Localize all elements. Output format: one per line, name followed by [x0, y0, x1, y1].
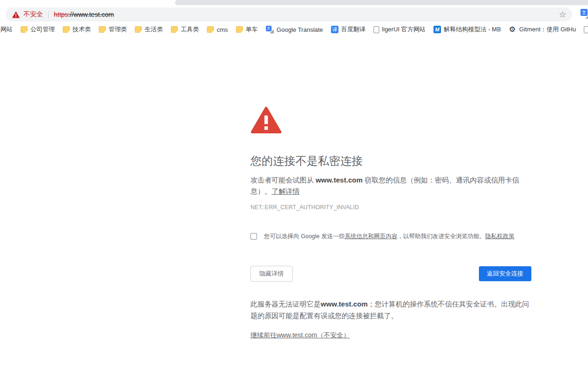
bookmark-label: 管理类: [109, 25, 127, 34]
gear-icon: [509, 26, 516, 33]
bookmark-label: 单车: [246, 25, 258, 34]
security-chip-label[interactable]: 不安全: [23, 10, 43, 19]
folder-icon: [135, 26, 142, 33]
certificate-details-text: 此服务器无法证明它是www.test.com；您计算机的操作系统不信任其安全证书…: [250, 298, 531, 321]
details-host: www.test.com: [321, 300, 368, 308]
bookmark-label: 生活类: [145, 25, 163, 34]
details-prefix: 此服务器无法证明它是: [250, 300, 321, 308]
bookmark-label: 工具类: [181, 25, 199, 34]
page-icon: [374, 26, 379, 33]
url-host: ://www.test.com: [68, 11, 114, 18]
translate-icon-blue-square: [266, 26, 272, 31]
ssl-error-page: 您的连接不是私密连接 攻击者可能会试图从 www.test.com 窃取您的信息…: [250, 106, 531, 340]
bookmark-item[interactable]: 公司管理: [21, 25, 55, 34]
bookmark-item[interactable]: cms: [207, 26, 228, 33]
safe-browsing-report-row: 您可以选择向 Google 发送一些系统信息和网页内容，以帮助我们改进安全浏览功…: [250, 232, 531, 241]
folder-icon: [63, 26, 70, 33]
folder-icon: [171, 26, 178, 33]
bookmark-label: Google Translate: [277, 26, 323, 33]
address-bar[interactable]: 不安全 https://www.test.com: [6, 7, 572, 22]
bookmark-item[interactable]: Gitment：使用 GitHu: [509, 25, 576, 34]
url-text[interactable]: https://www.test.com: [54, 11, 114, 18]
window-fragment: [175, 0, 588, 5]
error-description: 攻击者可能会试图从 www.test.com 窃取您的信息（例如：密码、通讯内容…: [250, 175, 531, 197]
bookmark-item[interactable]: 单车: [236, 25, 258, 34]
url-scheme: https: [54, 11, 68, 18]
warning-triangle-icon: [250, 106, 282, 133]
bookmark-item[interactable]: ligerUI 官方网站: [374, 25, 426, 34]
page-title: 您的连接不是私密连接: [250, 153, 531, 168]
security-warning-icon[interactable]: [12, 11, 20, 18]
bookmark-item[interactable]: 网站: [0, 25, 13, 34]
page-icon: [584, 26, 588, 33]
bookmarks-bar: 网站公司管理技术类管理类生活类工具类cms单车Google Translate百…: [0, 22, 588, 36]
proceed-unsafe-link[interactable]: 继续前往www.test.com（不安全）: [250, 331, 350, 340]
translate-extension-icon[interactable]: [581, 9, 588, 19]
bookmark-item[interactable]: 永远: [584, 25, 588, 34]
baidu-translate-icon: [331, 26, 338, 33]
bookmark-item[interactable]: 解释结构模型法 - MB: [434, 25, 501, 34]
report-checkbox[interactable]: [250, 233, 257, 240]
description-host: www.test.com: [316, 176, 362, 184]
folder-icon: [99, 26, 106, 33]
folder-icon: [21, 26, 28, 33]
bookmark-item[interactable]: 百度翻译: [331, 25, 366, 34]
bookmark-label: cms: [217, 26, 228, 33]
browser-toolbar: 不安全 https://www.test.com: [0, 5, 588, 22]
bookmark-item[interactable]: Google Translate: [266, 26, 323, 34]
report-prefix: 您可以选择向 Google 发送一些: [264, 233, 345, 240]
mba-icon: [434, 26, 441, 33]
bookmark-star-icon[interactable]: [559, 10, 566, 19]
report-middle: ，以帮助我们改进安全浏览功能。: [397, 233, 485, 240]
google-translate-icon: [266, 26, 274, 34]
bookmark-item[interactable]: 工具类: [171, 25, 199, 34]
bookmark-label: 解释结构模型法 - MB: [444, 25, 501, 34]
bookmark-label: 网站: [0, 25, 13, 34]
omnibox-separator: [48, 11, 49, 18]
bookmark-item[interactable]: 生活类: [135, 25, 163, 34]
error-code: NET::ERR_CERT_AUTHORITY_INVALID: [250, 204, 531, 211]
folder-icon: [207, 26, 214, 33]
translate-icon-blue-square: [581, 9, 588, 16]
learn-more-link[interactable]: 了解详情: [272, 187, 300, 195]
bookmark-item[interactable]: 管理类: [99, 25, 127, 34]
action-buttons-row: 隐藏详情 返回安全连接: [250, 266, 531, 282]
bookmark-label: 百度翻译: [341, 25, 366, 34]
description-prefix: 攻击者可能会试图从: [250, 176, 316, 184]
folder-icon: [236, 26, 243, 33]
privacy-policy-link[interactable]: 隐私权政策: [485, 233, 514, 240]
bookmark-label: 技术类: [73, 25, 91, 34]
back-to-safety-button[interactable]: 返回安全连接: [479, 266, 531, 281]
report-text: 您可以选择向 Google 发送一些系统信息和网页内容，以帮助我们改进安全浏览功…: [264, 232, 514, 241]
bookmark-label: Gitment：使用 GitHu: [519, 25, 576, 34]
hide-details-button[interactable]: 隐藏详情: [250, 266, 293, 282]
bookmark-label: 公司管理: [30, 25, 55, 34]
system-info-link[interactable]: 系统信息和网页内容: [345, 233, 397, 240]
bookmark-item[interactable]: 技术类: [63, 25, 91, 34]
bookmark-label: ligerUI 官方网站: [382, 25, 426, 34]
